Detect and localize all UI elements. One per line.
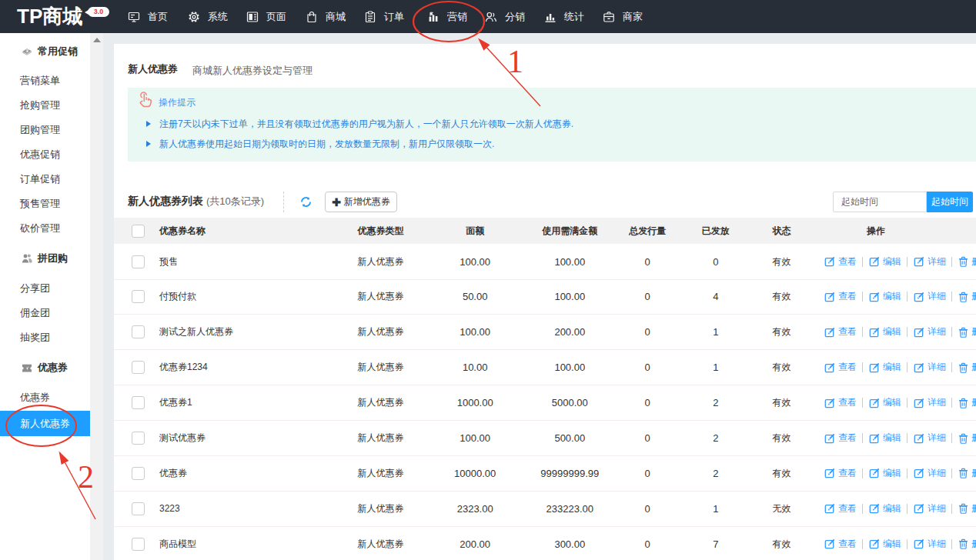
svg-text:¥: ¥ xyxy=(26,48,28,53)
